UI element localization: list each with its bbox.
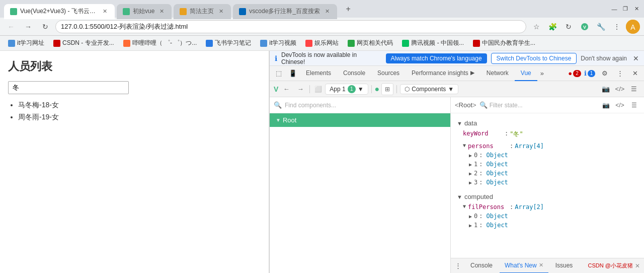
item-value-3: Object bbox=[487, 179, 508, 186]
state-filter-input[interactable] bbox=[490, 102, 597, 109]
bookmark-it-network[interactable]: it学习网址 bbox=[4, 37, 48, 49]
devtools-inspect-button[interactable]: ⬚ bbox=[272, 66, 286, 81]
fil-persons-item-1[interactable]: ▶ 1 : Object bbox=[463, 221, 638, 230]
match-language-button[interactable]: Always match Chrome's language bbox=[386, 53, 487, 63]
csdn-close-button[interactable]: ✕ bbox=[635, 262, 640, 269]
state-header: <Root> 🔍 📷 </> ☰ bbox=[451, 97, 644, 113]
state-screenshot-button[interactable]: 📷 bbox=[600, 99, 612, 111]
toolbar-separator-2 bbox=[371, 85, 372, 93]
vue-more-button[interactable]: ☰ bbox=[628, 83, 640, 95]
bottom-tab-issues[interactable]: Issues bbox=[550, 258, 578, 274]
bottom-more-icon[interactable]: ⋮ bbox=[455, 262, 461, 269]
tab-vue2vue3-close[interactable]: ✕ bbox=[101, 8, 109, 16]
devtools-more-tabs-button[interactable]: » bbox=[537, 70, 547, 77]
bottom-console-label: Console bbox=[470, 262, 493, 269]
item-value-0: Object bbox=[487, 152, 508, 159]
bookmark-china-edu[interactable]: 中国民办教育学生... bbox=[469, 37, 539, 49]
bookmark-fly-note[interactable]: 飞书学习笔记 bbox=[202, 37, 255, 49]
tab-vue2vue3[interactable]: Vue(Vue2+Vue3) - 飞书云文档 ✕ bbox=[4, 4, 115, 19]
fil-persons-expand-arrow: ▼ bbox=[463, 203, 466, 209]
tab-init-vue-close[interactable]: ✕ bbox=[157, 8, 166, 16]
tab-init-vue-label: 初始vue bbox=[133, 7, 154, 16]
bottom-tab-console[interactable]: Console bbox=[465, 258, 498, 274]
update-button[interactable]: ↻ bbox=[561, 20, 576, 34]
persons-item-3[interactable]: ▶ 3 : Object bbox=[463, 178, 638, 187]
bookmark-csdn[interactable]: CSDN - 专业开发... bbox=[49, 37, 118, 49]
switch-to-chinese-button[interactable]: Switch DevTools to Chinese bbox=[491, 53, 577, 64]
vue-back-button[interactable]: ← bbox=[280, 83, 292, 95]
more-menu-button[interactable]: ⋮ bbox=[610, 20, 624, 34]
bookmark-web-related[interactable]: 网页相关代码 bbox=[344, 37, 397, 49]
warnings-badge[interactable]: ℹ 1 bbox=[583, 66, 597, 81]
computed-section-items: ▼ filPersons : Array[2] ▶ 0 : bbox=[451, 202, 644, 230]
components-dropdown[interactable]: ⬡ Components ▼ bbox=[400, 84, 458, 94]
vue-forward-button[interactable]: → bbox=[294, 83, 306, 95]
fil-persons-item-0[interactable]: ▶ 0 : Object bbox=[463, 212, 638, 221]
extensions-manage-button[interactable]: 🔧 bbox=[594, 20, 608, 34]
tab-init-vue[interactable]: 初始vue ✕ bbox=[117, 4, 172, 19]
tab-performance[interactable]: Performance insights ▶ bbox=[406, 66, 480, 81]
persons-item-0[interactable]: ▶ 0 : Object bbox=[463, 151, 638, 160]
tab-elements[interactable]: Elements bbox=[300, 66, 337, 81]
bookmark-web-related-label: 网页相关代码 bbox=[357, 39, 393, 47]
tab-jianfa-close[interactable]: ✕ bbox=[217, 8, 225, 16]
tab-vue[interactable]: Vue bbox=[515, 66, 537, 81]
tab-jianfa[interactable]: 简法主页 ✕ bbox=[174, 4, 231, 19]
search-input[interactable] bbox=[8, 81, 129, 94]
settings-button[interactable]: ⚙ bbox=[598, 66, 612, 81]
tab-console[interactable]: Console bbox=[337, 66, 371, 81]
tab-network[interactable]: Network bbox=[480, 66, 515, 81]
new-tab-button[interactable]: + bbox=[341, 2, 355, 16]
state-pane: <Root> 🔍 📷 </> ☰ bbox=[451, 97, 644, 273]
persons-array-header[interactable]: ▼ persons : Array[4] bbox=[463, 142, 638, 151]
restore-button[interactable]: ❐ bbox=[622, 6, 629, 13]
state-code-button[interactable]: </> bbox=[614, 99, 626, 111]
more-options-button[interactable]: ⋮ bbox=[613, 66, 627, 81]
computed-section-arrow: ▼ bbox=[457, 194, 462, 200]
address-bar[interactable]: 127.0.0.1:5500/012-列表渲染/列表过滤.html bbox=[55, 20, 526, 33]
vue-code-button[interactable]: </> bbox=[614, 83, 626, 95]
bookmark-star-button[interactable]: ☆ bbox=[529, 20, 543, 34]
computed-section-header[interactable]: ▼ computed bbox=[451, 191, 644, 202]
minimize-button[interactable]: — bbox=[611, 6, 618, 13]
fil-persons-header[interactable]: ▼ filPersons : Array[2] bbox=[463, 202, 638, 212]
notification-close-button[interactable]: ✕ bbox=[633, 54, 639, 62]
info-icon: ℹ bbox=[275, 54, 277, 62]
back-button[interactable]: ← bbox=[4, 20, 18, 34]
bookmark-it-video[interactable]: it学习视频 bbox=[256, 37, 300, 49]
tab-vscode[interactable]: vscode多行注释_百度搜索 ✕ bbox=[233, 4, 337, 19]
reload-button[interactable]: ↻ bbox=[38, 20, 52, 34]
fly-note-favicon bbox=[206, 40, 213, 47]
vue-app-selector[interactable]: App 1 1 ▼ bbox=[325, 84, 368, 95]
vue-screenshot-button[interactable]: 📷 bbox=[600, 83, 612, 95]
profile-avatar[interactable]: A bbox=[626, 20, 640, 34]
bbb-favicon bbox=[123, 40, 130, 47]
bookmark-tencent-video-label: 腾讯视频 - 中国领... bbox=[411, 39, 464, 47]
search-icon: 🔍 bbox=[274, 101, 282, 109]
vuejs-devtools-icon[interactable]: V bbox=[578, 20, 592, 34]
browser-window: Vue(Vue2+Vue3) - 飞书云文档 ✕ 初始vue ✕ 简法主页 ✕ … bbox=[0, 0, 644, 273]
bookmark-bbb[interactable]: 哔哩哔哩（ ゜- ゜）つ... bbox=[119, 37, 201, 49]
devtools-close-button[interactable]: ✕ bbox=[628, 66, 642, 81]
vue-refresh-button[interactable]: ⬜ bbox=[313, 84, 323, 94]
state-more-button[interactable]: ☰ bbox=[628, 99, 640, 111]
persons-item-2[interactable]: ▶ 2 : Object bbox=[463, 169, 638, 178]
tab-sources[interactable]: Sources bbox=[371, 66, 406, 81]
close-button[interactable]: ✕ bbox=[633, 6, 640, 13]
forward-button[interactable]: → bbox=[21, 20, 35, 34]
devtools-device-button[interactable]: 📱 bbox=[286, 66, 300, 81]
tab-vscode-close[interactable]: ✕ bbox=[323, 8, 331, 16]
data-section-header[interactable]: ▼ data bbox=[451, 117, 644, 129]
errors-badge[interactable]: ● 2 bbox=[568, 66, 582, 81]
bottom-tab-whats-new[interactable]: What's New ✕ bbox=[500, 258, 548, 274]
bookmark-entertainment[interactable]: 娱乐网站 bbox=[301, 37, 343, 49]
whats-new-close-button[interactable]: ✕ bbox=[539, 262, 543, 268]
dont-show-again-button[interactable]: Don't show again bbox=[581, 55, 627, 62]
component-search-input[interactable] bbox=[285, 102, 446, 109]
extension-button[interactable]: 🧩 bbox=[545, 20, 559, 34]
vue-grid-button[interactable]: ⊞ bbox=[381, 83, 393, 95]
bookmark-tencent-video[interactable]: 腾讯视频 - 中国领... bbox=[398, 37, 468, 49]
root-component-item[interactable]: ▼ Root bbox=[270, 113, 450, 127]
persons-item-1[interactable]: ▶ 1 : Object bbox=[463, 160, 638, 169]
vscode-favicon bbox=[239, 8, 246, 15]
